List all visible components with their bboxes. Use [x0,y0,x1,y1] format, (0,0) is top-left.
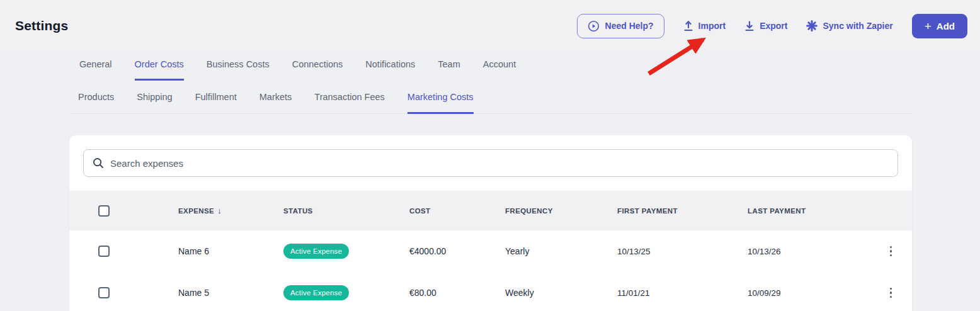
table-header-row: EXPENSE ↓ STATUS COST FREQUENCY FIRST PA… [69,191,912,230]
zapier-asterisk-icon [806,20,818,31]
column-header-status[interactable]: STATUS [283,207,409,215]
cost-value: €80.00 [409,288,505,298]
row-checkbox[interactable] [98,246,110,257]
sort-descending-icon[interactable]: ↓ [217,206,222,215]
topbar-actions: Need Help? Import Export [577,14,967,38]
subtab-products[interactable]: Products [78,92,114,114]
expenses-card: EXPENSE ↓ STATUS COST FREQUENCY FIRST PA… [69,135,912,311]
subtab-fulfillment[interactable]: Fulfillment [195,92,237,114]
tab-notifications[interactable]: Notifications [365,59,415,81]
need-help-label: Need Help? [605,21,654,31]
table-row: Name 6 Active Expense €4000.00 Yearly 10… [69,230,912,272]
sync-with-zapier-button[interactable]: Sync with Zapier [806,20,892,31]
first-payment-date: 11/01/21 [617,288,748,298]
tab-connections[interactable]: Connections [292,59,343,81]
order-costs-subtabs: Products Shipping Fulfillment Markets Tr… [78,92,912,113]
frequency-value: Weekly [505,288,617,298]
plus-icon: + [925,20,932,32]
subtab-marketing-costs[interactable]: Marketing Costs [407,92,474,114]
play-circle-icon [588,20,600,32]
add-button[interactable]: + Add [912,14,967,38]
status-badge: Active Expense [283,244,349,259]
subtab-transaction-fees[interactable]: Transaction Fees [314,92,384,114]
export-label: Export [760,21,787,31]
column-header-first-payment[interactable]: FIRST PAYMENT [617,207,748,215]
tab-account[interactable]: Account [483,59,516,81]
expense-name: Name 5 [178,288,283,298]
last-payment-date: 10/09/29 [748,288,860,298]
expense-name: Name 6 [178,246,283,256]
cost-value: €4000.00 [409,246,505,256]
first-payment-date: 10/13/25 [617,247,748,256]
search-input[interactable] [110,158,889,169]
column-header-cost[interactable]: COST [409,207,505,215]
import-button[interactable]: Import [683,20,726,31]
settings-tabs: General Order Costs Business Costs Conne… [79,52,980,81]
sync-label: Sync with Zapier [823,21,892,31]
row-actions-menu-icon[interactable] [886,285,896,301]
column-header-last-payment[interactable]: LAST PAYMENT [748,207,860,215]
column-header-frequency[interactable]: FREQUENCY [505,207,617,215]
row-checkbox[interactable] [98,287,110,298]
subtab-shipping[interactable]: Shipping [137,92,172,114]
search-icon [93,157,104,169]
import-label: Import [698,21,726,31]
subtab-markets[interactable]: Markets [259,92,292,114]
status-badge: Active Expense [283,285,349,300]
table-row: Name 5 Active Expense €80.00 Weekly 11/0… [69,272,912,311]
download-icon [744,20,755,31]
frequency-value: Yearly [505,246,617,256]
tab-order-costs[interactable]: Order Costs [135,59,184,81]
last-payment-date: 10/13/26 [748,247,860,256]
tab-team[interactable]: Team [438,59,460,81]
page-title: Settings [15,18,68,33]
top-header-bar: Settings Need Help? Import [0,0,980,52]
need-help-button[interactable]: Need Help? [577,14,664,38]
search-bar [83,149,898,177]
column-header-expense[interactable]: EXPENSE ↓ [178,206,283,215]
tab-business-costs[interactable]: Business Costs [207,59,270,81]
export-button[interactable]: Export [744,20,787,31]
add-label: Add [937,21,955,31]
upload-icon [683,20,693,31]
tab-general[interactable]: General [79,59,112,81]
select-all-checkbox[interactable] [98,205,110,217]
row-actions-menu-icon[interactable] [886,244,896,259]
order-costs-subtabs-wrap: Products Shipping Fulfillment Markets Tr… [69,92,912,114]
